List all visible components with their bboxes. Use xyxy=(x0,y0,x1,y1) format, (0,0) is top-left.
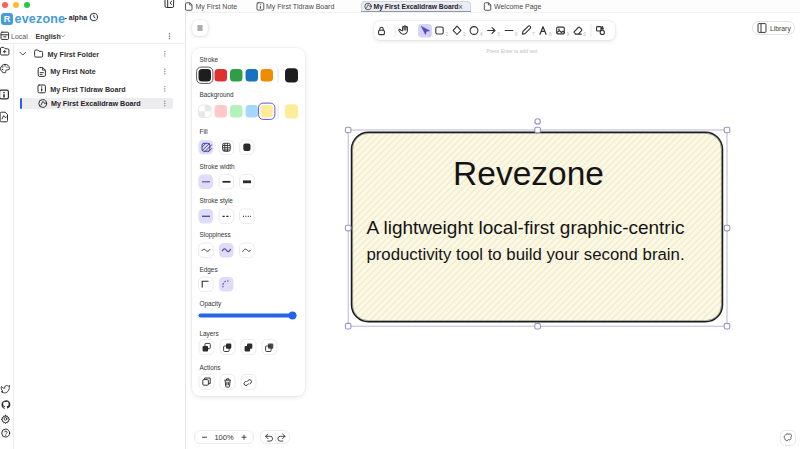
svg-text:A lightweight local-first grap: A lightweight local-first graphic-centri… xyxy=(367,217,685,238)
svg-text:productivity tool to build you: productivity tool to build your second b… xyxy=(366,245,684,264)
svg-text:Revezone: Revezone xyxy=(453,155,604,192)
svg-text:100%: 100% xyxy=(214,433,234,442)
